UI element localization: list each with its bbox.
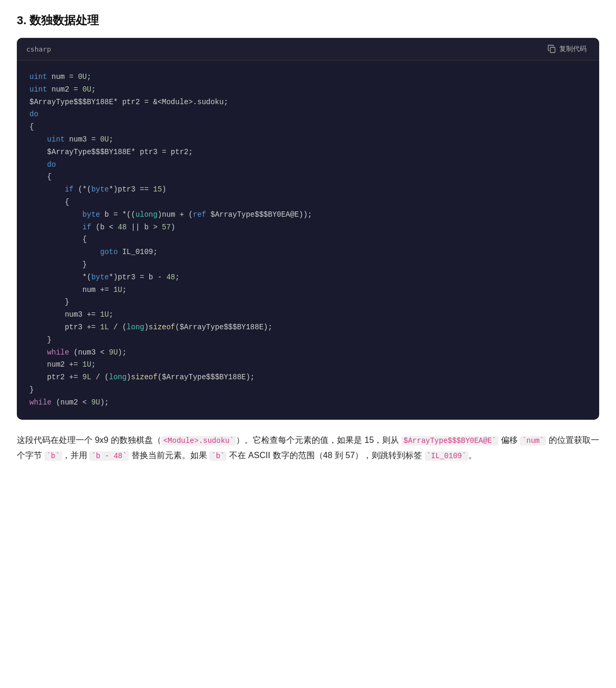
code-language: csharp [26,45,51,53]
inline-code-b2: `b` [209,451,227,461]
code-header: csharp 复制代码 [17,38,599,60]
copy-icon [548,45,556,53]
code-block: csharp 复制代码 uint num = 0U; uint num2 = 0… [17,38,599,420]
inline-code-sudoku: <Module>.sudoku` [161,436,236,446]
svg-rect-0 [550,47,555,53]
inline-code-num: `num` [520,436,546,446]
inline-code-b: `b` [44,451,61,461]
code-body: uint num = 0U; uint num2 = 0U; $ArrayTyp… [17,60,599,420]
description: 这段代码在处理一个 9x9 的数独棋盘（<Module>.sudoku`）。它检… [17,432,599,464]
code-content: uint num = 0U; uint num2 = 0U; $ArrayTyp… [29,71,587,409]
section-title: 3. 数独数据处理 [17,13,599,28]
inline-code-il: `IL_0109` [425,451,469,461]
inline-code-array: $ArrayType$$$BY0EA@E` [402,436,498,446]
copy-label: 复制代码 [559,44,587,54]
inline-code-b-minus: `b - 48` [89,451,129,461]
copy-button[interactable]: 复制代码 [545,43,590,55]
